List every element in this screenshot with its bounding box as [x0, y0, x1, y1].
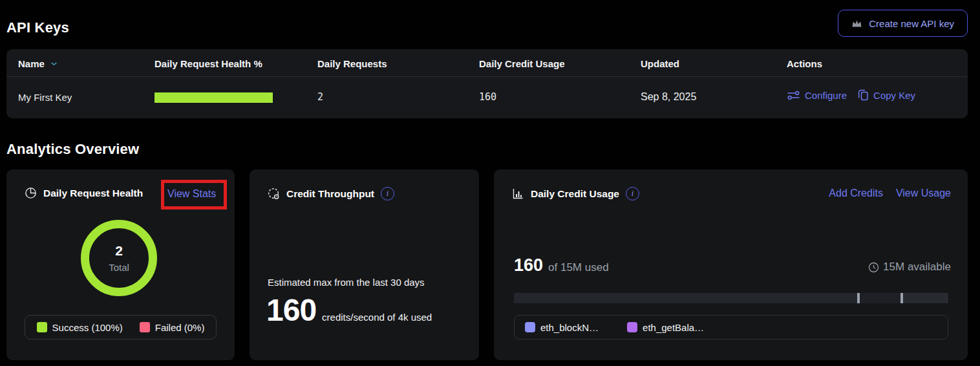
column-header-daily-credit-usage: Daily Credit Usage	[479, 58, 565, 69]
daily-credit-usage-value: 160	[479, 91, 496, 103]
column-header-actions: Actions	[787, 58, 822, 69]
progress-segment	[514, 293, 857, 303]
success-swatch	[37, 322, 47, 332]
add-credits-link[interactable]: Add Credits	[829, 188, 883, 199]
table-row[interactable]: My First Key 2 160 Sep 8, 2025 Configure…	[6, 76, 968, 118]
usage-legend: eth_blockN… eth_getBala…	[514, 315, 948, 339]
api-key-name: My First Key	[18, 92, 72, 103]
progress-segment	[857, 293, 900, 303]
health-card-header: Daily Request Health	[25, 187, 143, 199]
failed-swatch	[140, 322, 150, 332]
health-total-label: Total	[109, 262, 129, 273]
column-header-updated: Updated	[641, 58, 679, 69]
view-usage-link[interactable]: View Usage	[896, 188, 951, 199]
info-icon[interactable]: i	[381, 187, 394, 200]
column-header-health: Daily Request Health %	[154, 58, 262, 69]
dashboard: API Keys Create new API key Name Daily R…	[0, 0, 980, 366]
health-card-title: Daily Request Health	[43, 188, 143, 199]
throughput-card-header: Credit Throughput i	[268, 187, 394, 200]
credit-throughput-card: Credit Throughput i Estimated max from t…	[250, 169, 479, 360]
throughput-card-title: Credit Throughput	[286, 188, 374, 200]
throughput-value-row: 160 credits/second of 4k used	[266, 295, 432, 326]
page-title: API Keys	[6, 19, 69, 36]
create-api-key-label: Create new API key	[869, 18, 954, 29]
health-donut-center: 2 Total	[81, 220, 157, 296]
throughput-value: 160	[266, 295, 316, 326]
api-keys-table: Name Daily Request Health % Daily Reques…	[6, 49, 968, 118]
health-percent-bar	[154, 92, 273, 103]
create-api-key-button[interactable]: Create new API key	[838, 10, 968, 37]
credits-used-suffix: of 15M used	[548, 261, 609, 274]
progress-tick-marker	[900, 293, 903, 303]
usage-card-title: Daily Credit Usage	[531, 188, 619, 200]
copy-icon	[858, 89, 869, 102]
usage-stat-row: 160 of 15M used	[514, 257, 609, 274]
daily-request-health-card: Daily Request Health View Stats 2 Total …	[6, 169, 235, 360]
bar-chart-icon	[512, 188, 524, 200]
configure-link[interactable]: Configure	[787, 90, 847, 101]
pie-chart-icon	[25, 187, 37, 199]
eth-getbalance-swatch	[627, 322, 637, 332]
eth-blocknumber-swatch	[525, 322, 535, 332]
legend-item-success: Success (100%)	[37, 322, 123, 333]
updated-date: Sep 8, 2025	[641, 91, 696, 103]
copy-key-link[interactable]: Copy Key	[858, 89, 915, 102]
sort-chevron-down-icon[interactable]	[50, 61, 58, 67]
daily-credit-usage-card: Daily Credit Usage i Add Credits View Us…	[494, 169, 968, 360]
legend-item-eth-blocknumber: eth_blockN…	[525, 322, 599, 333]
clock-icon	[868, 262, 879, 273]
health-legend: Success (100%) Failed (0%)	[25, 315, 217, 339]
progress-segment	[900, 293, 948, 303]
credits-available-label: 15M available	[883, 261, 951, 274]
annotation-highlight-box	[161, 180, 227, 210]
daily-requests-value: 2	[317, 91, 323, 103]
throughput-subtitle: Estimated max from the last 30 days	[268, 277, 425, 288]
usage-card-header: Daily Credit Usage i	[512, 187, 639, 200]
sliders-icon	[787, 90, 800, 101]
progress-tick-marker	[857, 293, 860, 303]
legend-item-eth-getbalance: eth_getBala…	[627, 322, 704, 333]
row-actions: Configure Copy Key	[787, 89, 915, 102]
credit-usage-progress-bar	[514, 293, 948, 303]
usage-card-links: Add Credits View Usage	[829, 188, 951, 199]
analytics-section-title: Analytics Overview	[6, 141, 139, 158]
column-header-name[interactable]: Name	[18, 58, 58, 69]
credits-available: 15M available	[868, 261, 951, 274]
credits-used-value: 160	[514, 257, 543, 274]
health-total-value: 2	[115, 243, 123, 259]
column-header-daily-requests: Daily Requests	[317, 58, 387, 69]
crown-icon	[851, 19, 862, 28]
legend-item-failed: Failed (0%)	[140, 322, 205, 333]
throughput-value-suffix: credits/second of 4k used	[322, 312, 432, 323]
info-icon[interactable]: i	[626, 187, 639, 200]
gauge-icon	[268, 188, 280, 200]
